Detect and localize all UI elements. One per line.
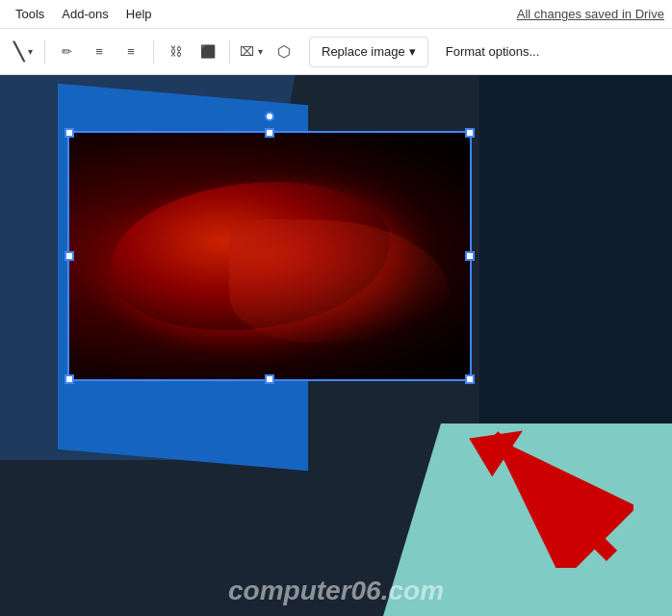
align-center-icon: ≡	[127, 44, 137, 59]
menu-help[interactable]: Help	[118, 3, 160, 25]
insert-image-icon: ⬛	[200, 44, 216, 59]
handle-bottom-left[interactable]	[65, 374, 74, 384]
canvas-area[interactable]: computer06.com	[0, 75, 672, 616]
crop-dropdown-icon: ▾	[258, 46, 263, 57]
replace-image-button[interactable]: Replace image ▾	[309, 37, 428, 67]
menu-tools[interactable]: Tools	[8, 3, 52, 25]
line-icon: ╲	[13, 41, 24, 63]
red-arrow	[460, 414, 633, 568]
menu-addons[interactable]: Add-ons	[54, 3, 116, 25]
mask-icon: ⬡	[277, 42, 291, 61]
insert-image-button[interactable]: ⬛	[193, 37, 223, 67]
selected-image[interactable]	[67, 131, 472, 381]
menu-bar: Tools Add-ons Help All changes saved in …	[0, 0, 672, 29]
link-button[interactable]: ⛓	[160, 37, 191, 67]
image-content	[69, 133, 470, 379]
link-icon: ⛓	[169, 44, 182, 59]
handle-middle-right[interactable]	[465, 251, 475, 261]
toolbar: ╲ ▾ ✏ ≡ ≡ ⛓ ⬛ ⌧ ▾ ⬡ Replace image ▾ Form…	[0, 29, 672, 75]
mask-button[interactable]: ⬡	[269, 37, 299, 67]
format-options-label: Format options...	[446, 44, 540, 59]
handle-bottom-right[interactable]	[465, 374, 475, 384]
toolbar-separator-2	[153, 40, 154, 64]
handle-middle-left[interactable]	[65, 251, 74, 261]
crop-button[interactable]: ⌧ ▾	[236, 37, 267, 67]
handle-top-right[interactable]	[465, 128, 475, 138]
handle-bottom-middle[interactable]	[265, 374, 274, 384]
crop-icon: ⌧	[240, 44, 254, 59]
toolbar-separator-1	[44, 40, 45, 64]
handle-top-left[interactable]	[65, 128, 74, 138]
align-center-button[interactable]: ≡	[116, 37, 147, 67]
align-left-button[interactable]: ≡	[84, 37, 115, 67]
toolbar-separator-3	[229, 40, 230, 64]
replace-image-label: Replace image	[322, 44, 405, 59]
line-tool-button[interactable]: ╲ ▾	[8, 37, 39, 67]
pen-icon: ✏	[62, 44, 72, 59]
save-status: All changes saved in Drive	[517, 7, 664, 21]
replace-image-dropdown-icon: ▾	[409, 44, 416, 59]
rotate-handle[interactable]	[265, 112, 274, 121]
svg-line-1	[493, 437, 612, 556]
format-options-button[interactable]: Format options...	[434, 37, 552, 67]
line-dropdown-icon: ▾	[28, 46, 33, 57]
handle-top-middle[interactable]	[265, 128, 274, 138]
pen-tool-button[interactable]: ✏	[51, 37, 82, 67]
align-left-icon: ≡	[95, 44, 103, 59]
